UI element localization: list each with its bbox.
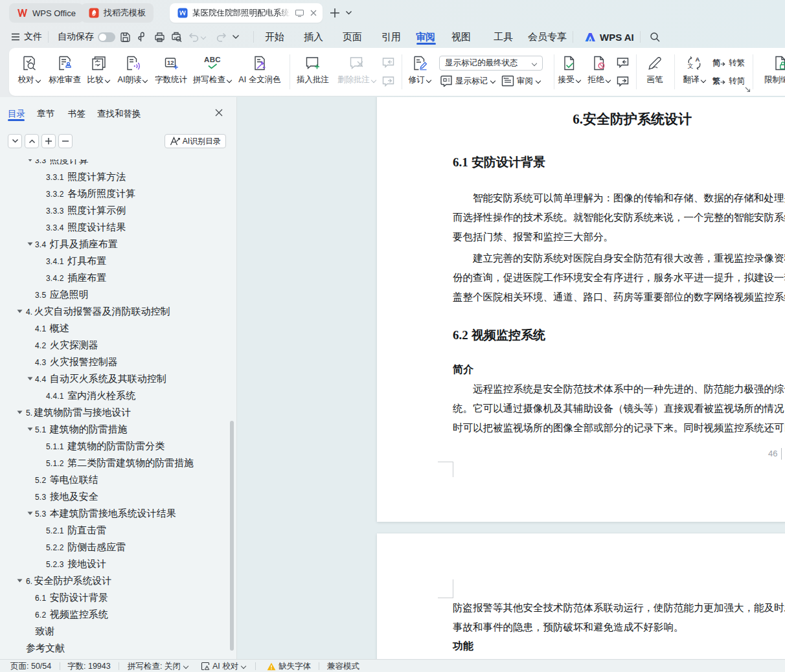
toc-item[interactable]: 4.3 火灾报警控制器 bbox=[0, 353, 228, 370]
toc-item[interactable]: 6.1 安防设计背景 bbox=[0, 589, 228, 606]
sidebar-tab-find-replace[interactable]: 查找和替换 bbox=[97, 108, 141, 120]
search-icon[interactable] bbox=[650, 26, 661, 48]
toc-item[interactable]: 5.2.1 防直击雷 bbox=[0, 522, 228, 539]
restrict-edit-button[interactable]: 限制编辑 bbox=[760, 53, 785, 85]
pen-button[interactable]: 画笔 bbox=[634, 53, 676, 85]
save-icon[interactable] bbox=[120, 26, 131, 48]
sidebar-scrollbar[interactable] bbox=[230, 421, 234, 651]
menu-home[interactable]: 开始 bbox=[265, 26, 284, 48]
review-pane-button[interactable]: 审阅 bbox=[501, 75, 541, 87]
ai-read-button[interactable]: AI朗读 bbox=[112, 53, 154, 85]
menu-page[interactable]: 页面 bbox=[343, 26, 362, 48]
toc-item[interactable]: 3.5 应急照明 bbox=[0, 286, 228, 303]
menu-membership[interactable]: 会员专享 bbox=[528, 26, 567, 48]
toc-item[interactable]: 3.4.2 插座布置 bbox=[0, 269, 228, 286]
dialog-launcher-icon[interactable] bbox=[745, 87, 751, 93]
toc-item[interactable]: 3.3.3 照度计算示例 bbox=[0, 202, 228, 219]
separate-window-icon[interactable] bbox=[295, 9, 304, 17]
toc-item[interactable]: 5.3 接地及安全 bbox=[0, 488, 228, 505]
status-page-info[interactable]: 页面: 50/54 bbox=[10, 660, 51, 672]
sidebar-tab-toc[interactable]: 目录 bbox=[8, 108, 25, 120]
undo-icon[interactable] bbox=[188, 26, 199, 48]
tab-wps-office[interactable]: WPS Office bbox=[9, 3, 84, 23]
toc-item[interactable]: 6.安全防护系统设计 bbox=[0, 572, 228, 589]
toc-item[interactable]: 5.3 本建筑防雷接地系统设计结果 bbox=[0, 505, 228, 522]
redo-icon[interactable] bbox=[216, 26, 227, 48]
sidebar-tab-bookmarks[interactable]: 书签 bbox=[68, 108, 85, 120]
tab-list-chevron-icon[interactable] bbox=[345, 10, 352, 16]
status-missing-font[interactable]: 缺失字体 bbox=[267, 660, 311, 672]
status-word-count[interactable]: 字数: 19943 bbox=[67, 660, 111, 672]
spell-check-button[interactable]: ABC拼写检查 bbox=[192, 53, 233, 85]
toc-item[interactable]: 5.2.2 防侧击感应雷 bbox=[0, 539, 228, 555]
toc-item[interactable]: 4.1 概述 bbox=[0, 320, 228, 337]
collapse-arrow-icon[interactable] bbox=[27, 242, 33, 246]
toc-item[interactable]: 3.3.4 照度设计结果 bbox=[0, 219, 228, 236]
toc-item[interactable]: 3.4.1 灯具布置 bbox=[0, 252, 228, 269]
toc-item[interactable]: 参考文献 bbox=[0, 640, 228, 656]
next-comment-button[interactable] bbox=[382, 75, 394, 87]
toc-item[interactable]: 3.3.2 各场所照度计算 bbox=[0, 185, 228, 202]
toc-item[interactable]: 5.2 等电位联结 bbox=[0, 471, 228, 488]
toc-item[interactable]: 5.2.3 接地设计 bbox=[0, 555, 228, 572]
document-page-46[interactable]: 6.安全防护系统设计 6.1 安防设计背景 智能安防系统可以简单理解为：图像的传… bbox=[377, 97, 785, 522]
document-page-47[interactable]: 防盗报警等其他安全技术防范体系联动运行，使防范能力更加强大，能及时发现 事故和事… bbox=[377, 533, 785, 659]
toc-collapse-up-button[interactable] bbox=[25, 134, 39, 148]
toc-item[interactable]: 5.1 建筑物的防雷措施 bbox=[0, 421, 228, 438]
collapse-arrow-icon[interactable] bbox=[17, 410, 23, 414]
autosave-toggle[interactable] bbox=[98, 32, 115, 42]
menu-view[interactable]: 视图 bbox=[451, 26, 471, 48]
menu-insert[interactable]: 插入 bbox=[304, 26, 323, 48]
to-simplified-button[interactable]: 繁转简 bbox=[712, 75, 745, 87]
toc-item[interactable]: 4.4 自动灭火系统及其联动控制 bbox=[0, 370, 228, 387]
undo-chevron-icon[interactable] bbox=[201, 26, 206, 48]
status-spell-check[interactable]: 拼写检查: 关闭 bbox=[128, 660, 188, 672]
next-change-button[interactable] bbox=[617, 75, 629, 87]
insert-comment-button[interactable]: 插入批注 bbox=[292, 53, 334, 85]
file-menu[interactable]: 文件 bbox=[11, 26, 42, 48]
toc-expand-down-button[interactable] bbox=[8, 134, 22, 148]
toc-item[interactable]: 3.3 照度计算 bbox=[0, 159, 228, 168]
toc-item[interactable]: 6.2 视频监控系统 bbox=[0, 606, 228, 623]
print-preview-icon[interactable] bbox=[171, 26, 183, 48]
toc-item[interactable]: 4.4.1 室内消火栓系统 bbox=[0, 387, 228, 404]
collapse-arrow-icon[interactable] bbox=[27, 377, 33, 381]
close-tab-icon[interactable] bbox=[310, 9, 317, 17]
toc-item[interactable]: 4.火灾自动报警器及消防联动控制 bbox=[0, 303, 228, 320]
collapse-arrow-icon[interactable] bbox=[27, 159, 33, 162]
toc-item[interactable]: 4.2 火灾探测器 bbox=[0, 337, 228, 353]
toc-collapse-all-button[interactable] bbox=[58, 134, 73, 148]
collapse-arrow-icon[interactable] bbox=[17, 309, 23, 313]
tab-active-document[interactable]: 某医院住院部照明配电系统设 bbox=[170, 3, 323, 23]
toc-item[interactable]: 5.建筑物防雷与接地设计 bbox=[0, 404, 228, 421]
wps-ai-button[interactable]: WPS AI bbox=[585, 26, 634, 48]
sidebar-tab-chapters[interactable]: 章节 bbox=[37, 108, 54, 120]
toc-item[interactable]: 3.4 灯具及插座布置 bbox=[0, 236, 228, 252]
collapse-arrow-icon[interactable] bbox=[27, 511, 33, 515]
previous-comment-button[interactable] bbox=[382, 56, 394, 68]
toc-expand-all-button[interactable] bbox=[41, 134, 56, 148]
menu-reference[interactable]: 引用 bbox=[381, 26, 401, 48]
toc-item[interactable]: 5.1.2 第二类防雷建筑物的防雷措施 bbox=[0, 454, 228, 471]
toc-item[interactable]: 致谢 bbox=[0, 623, 228, 640]
reject-button[interactable]: 拒绝 bbox=[578, 53, 620, 85]
status-compat-mode[interactable]: 兼容模式 bbox=[327, 660, 359, 672]
markup-state-dropdown[interactable]: 显示标记的最终状态 bbox=[439, 56, 543, 71]
tab-docer-templates[interactable]: 找稻壳模板 bbox=[81, 3, 154, 23]
translate-button[interactable]: 文A翻译 bbox=[674, 53, 715, 85]
track-changes-button[interactable]: 修订 bbox=[399, 53, 440, 85]
status-ai-proofread[interactable]: AI 校对 bbox=[201, 660, 246, 672]
collapse-arrow-icon[interactable] bbox=[17, 579, 23, 583]
toc-item[interactable]: 5.1.1 建筑物的防雷防雷分类 bbox=[0, 438, 228, 454]
print-icon[interactable] bbox=[154, 26, 165, 48]
quick-access-chevron-icon[interactable] bbox=[232, 26, 240, 48]
new-tab-button[interactable] bbox=[329, 7, 341, 19]
previous-change-button[interactable] bbox=[617, 56, 629, 68]
menu-tools[interactable]: 工具 bbox=[494, 26, 513, 48]
toc-item[interactable]: 3.3.1 照度计算方法 bbox=[0, 168, 228, 185]
close-sidebar-icon[interactable] bbox=[214, 108, 223, 117]
delete-comment-button[interactable]: 删除批注 bbox=[336, 53, 378, 85]
to-traditional-button[interactable]: 简转繁 bbox=[712, 57, 745, 69]
show-markup-button[interactable]: 显示标记 bbox=[440, 75, 495, 87]
collapse-arrow-icon[interactable] bbox=[27, 427, 33, 431]
